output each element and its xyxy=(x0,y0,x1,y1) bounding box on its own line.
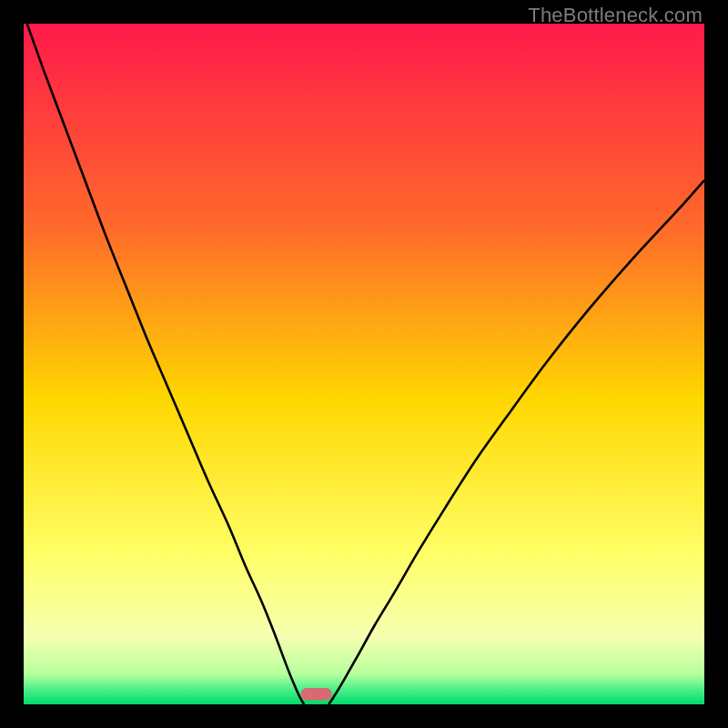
chart-frame xyxy=(24,24,704,704)
watermark-text: TheBottleneck.com xyxy=(528,4,703,27)
chart-background xyxy=(24,24,704,704)
valley-marker xyxy=(301,688,332,701)
chart-svg xyxy=(24,24,704,704)
